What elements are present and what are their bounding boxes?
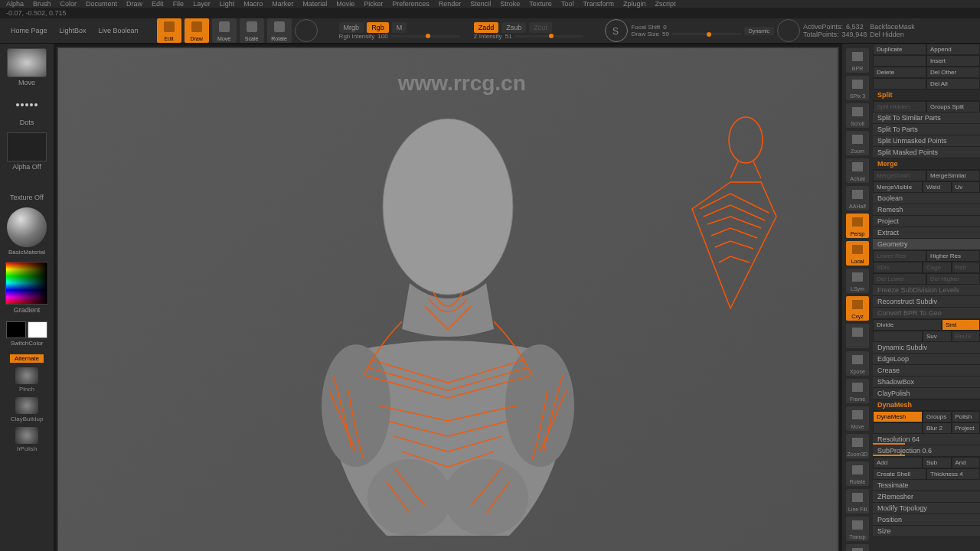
switch-color-button[interactable]: SwitchColor: [11, 340, 44, 347]
shelf-lsym[interactable]: LSym: [846, 269, 869, 293]
thickness-slider[interactable]: Thickness 4: [926, 468, 980, 480]
position-button[interactable]: Position: [873, 514, 980, 526]
shelf-zoom[interactable]: Zoom: [846, 131, 869, 155]
menu-alpha[interactable]: Alpha: [6, 0, 24, 8]
menu-layer[interactable]: Layer: [193, 0, 211, 8]
zremesher-button[interactable]: ZRemesher: [873, 491, 980, 503]
shelf-bpr[interactable]: BPR: [846, 48, 869, 73]
draw-mode-button[interactable]: Draw: [185, 18, 209, 43]
shelf-actual[interactable]: Actual: [846, 158, 869, 183]
zadd-button[interactable]: Zadd: [474, 22, 499, 33]
boolean-button[interactable]: Boolean: [873, 193, 980, 204]
geometry-header[interactable]: Geometry: [873, 239, 980, 250]
menu-zscript[interactable]: Zscript: [655, 0, 676, 8]
create-shell-button[interactable]: Create Shell: [873, 468, 926, 480]
dynamesh-polish-button[interactable]: Polish: [952, 411, 981, 422]
tessimate-button[interactable]: Tessimate: [873, 480, 980, 491]
rotate-mode-button[interactable]: Rotate: [267, 18, 292, 43]
viewport[interactable]: www.rrcg.cn: [57, 47, 839, 551]
groups-split-button[interactable]: Groups Split: [926, 101, 980, 112]
merge-header[interactable]: Merge: [873, 158, 980, 170]
shelf-scroll[interactable]: Scroll: [846, 103, 869, 128]
menu-light[interactable]: Light: [220, 0, 235, 8]
resolution-slider[interactable]: Resolution 64: [873, 434, 980, 445]
shelf-xpose[interactable]: Xpose: [846, 351, 869, 376]
shelf-spix-3[interactable]: SPix 3: [846, 76, 869, 100]
shelf-transp[interactable]: Transp: [846, 517, 869, 541]
brush-falloff-control[interactable]: [777, 19, 800, 42]
menu-zplugin[interactable]: Zplugin: [623, 0, 646, 8]
menu-color[interactable]: Color: [60, 0, 77, 8]
uv-button[interactable]: Uv: [952, 181, 981, 193]
shelf-aahalf[interactable]: AAHalf: [846, 186, 869, 210]
shelf-persp[interactable]: Persp: [846, 214, 869, 238]
mrgb-button[interactable]: Mrgb: [339, 22, 364, 33]
menu-tool[interactable]: Tool: [561, 0, 574, 8]
menu-preferences[interactable]: Preferences: [392, 0, 430, 8]
sdiv-slider[interactable]: SDiv: [873, 262, 923, 273]
edit-mode-button[interactable]: Edit: [157, 18, 181, 43]
project-button[interactable]: Project: [873, 216, 980, 227]
menu-picker[interactable]: Picker: [364, 0, 383, 8]
menu-stroke[interactable]: Stroke: [500, 0, 520, 8]
quick-brush-3[interactable]: [15, 427, 38, 444]
shelf-rotate[interactable]: Rotate: [846, 461, 869, 486]
live-boolean-button[interactable]: Live Boolean: [94, 24, 143, 37]
del-lower-button[interactable]: Del Lower: [873, 273, 926, 285]
divide-button[interactable]: Divide: [873, 319, 942, 331]
zsub-button[interactable]: Zsub: [501, 22, 526, 33]
menu-edit[interactable]: Edit: [152, 0, 164, 8]
menu-draw[interactable]: Draw: [126, 0, 142, 8]
quick-brush-1[interactable]: [15, 367, 38, 384]
scale-mode-button[interactable]: Scale: [240, 18, 264, 43]
smt-toggle[interactable]: Smt: [942, 319, 980, 331]
weld-button[interactable]: Weld: [923, 181, 952, 193]
menu-brush[interactable]: Brush: [33, 0, 51, 8]
edgeloop-button[interactable]: EdgeLoop: [873, 354, 980, 365]
canvas[interactable]: www.rrcg.cn: [58, 48, 838, 551]
claypolish-button[interactable]: ClayPolish: [873, 388, 980, 399]
quick-brush-2[interactable]: [15, 397, 38, 414]
draw-size-slider[interactable]: [672, 33, 741, 35]
split-parts-button[interactable]: Split To Parts: [873, 124, 980, 135]
shelf-local[interactable]: Local: [846, 241, 869, 266]
shadowbox-button[interactable]: ShadowBox: [873, 377, 980, 388]
backface-mask-button[interactable]: BackfaceMask: [870, 23, 915, 31]
insert-button[interactable]: Insert: [926, 55, 980, 67]
reconstruct-button[interactable]: Reconstruct Subdiv: [873, 296, 980, 308]
shelf-line-fill[interactable]: Line Fill: [846, 489, 869, 514]
menu-file[interactable]: File: [173, 0, 185, 8]
menu-marker[interactable]: Marker: [272, 0, 293, 8]
merge-similar-button[interactable]: MergeSimilar: [926, 170, 980, 181]
move-mode-button[interactable]: Move: [212, 18, 237, 43]
crease-button[interactable]: Crease: [873, 365, 980, 377]
menu-stencil[interactable]: Stencil: [470, 0, 491, 8]
dynamic-button[interactable]: Dynamic: [744, 27, 774, 35]
del-higher-button[interactable]: Del Higher: [926, 273, 980, 285]
rstr-button[interactable]: Rstr: [952, 262, 981, 273]
dynamesh-and-button[interactable]: And: [952, 457, 981, 468]
dynamesh-sub-button[interactable]: Sub: [923, 457, 952, 468]
split-unmasked-button[interactable]: Split Unmasked Points: [873, 135, 980, 147]
z-intensity-slider[interactable]: [514, 35, 583, 37]
freeze-subdiv-button[interactable]: Freeze SubDivision Levels: [873, 285, 980, 296]
m-button[interactable]: M: [392, 22, 407, 33]
split-hidden-button[interactable]: Split Hidden: [873, 101, 926, 112]
dynamesh-add-button[interactable]: Add: [873, 457, 923, 468]
dynamesh-header[interactable]: DynaMesh: [873, 399, 980, 411]
size-button[interactable]: Size: [873, 526, 980, 537]
color-swatch-main[interactable]: [6, 321, 26, 338]
dynamesh-project-button[interactable]: Project: [952, 422, 981, 434]
modify-topology-button[interactable]: Modify Topology: [873, 503, 980, 514]
del-all-button[interactable]: Del All: [926, 78, 980, 90]
menu-render[interactable]: Render: [439, 0, 462, 8]
delete-button[interactable]: Delete: [873, 67, 926, 78]
shelf-zoom3d[interactable]: Zoom3D: [846, 434, 869, 458]
rgb-intensity-slider[interactable]: [391, 35, 460, 37]
alternate-button[interactable]: Alternate: [10, 354, 44, 363]
del-other-button[interactable]: Del Other: [926, 67, 980, 78]
color-picker[interactable]: [5, 262, 48, 305]
stroke-preview[interactable]: [7, 93, 47, 117]
split-similar-button[interactable]: Split To Similar Parts: [873, 112, 980, 124]
append-button[interactable]: Append: [926, 44, 980, 55]
